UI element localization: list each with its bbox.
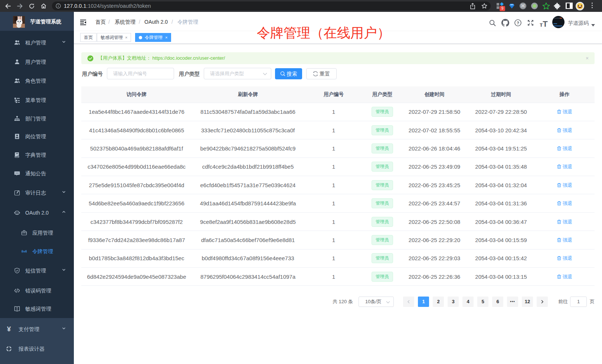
svg-text:a: a (23, 250, 25, 253)
svg-text:?: ? (517, 21, 519, 25)
